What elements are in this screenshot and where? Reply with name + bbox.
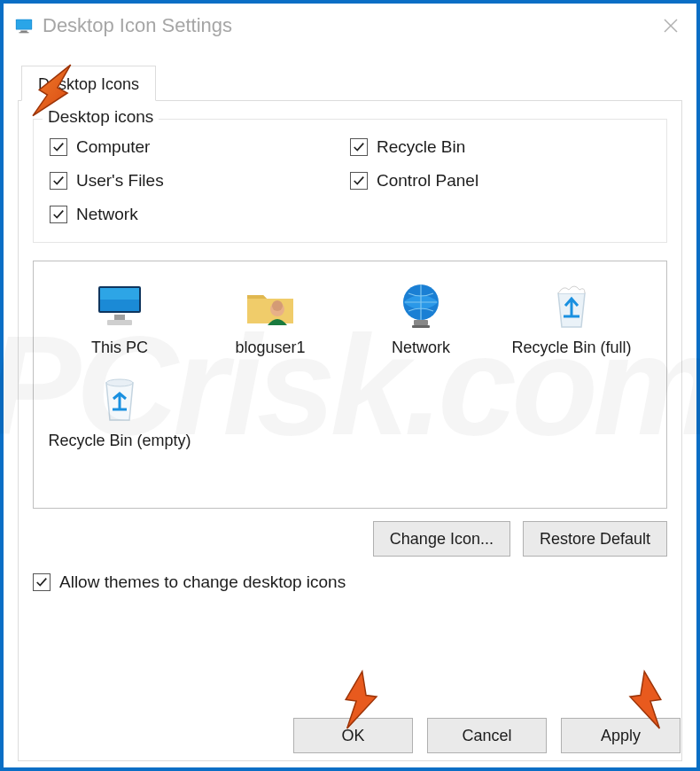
tab-content: Desktop icons Computer User's Files Netw…	[18, 101, 682, 761]
checkbox-allow-themes[interactable]	[33, 573, 51, 591]
svg-rect-8	[100, 288, 139, 300]
check-icon	[52, 141, 65, 153]
check-icon	[35, 576, 48, 588]
checkbox-network-label: Network	[76, 205, 138, 224]
app-icon	[14, 16, 34, 35]
icon-item-this-pc[interactable]: This PC	[44, 277, 195, 358]
computer-icon	[44, 277, 195, 334]
checkbox-control-panel-label: Control Panel	[377, 171, 478, 191]
icon-preview-box: This PC bloguser1 Network	[33, 261, 667, 509]
checkbox-users-files[interactable]	[50, 172, 67, 190]
svg-rect-15	[412, 325, 430, 328]
checkbox-recycle-bin-label: Recycle Bin	[377, 137, 465, 157]
desktop-icon-settings-dialog: Desktop Icon Settings Desktop Icons Desk…	[4, 4, 696, 767]
window-title: Desktop Icon Settings	[43, 14, 656, 37]
svg-point-16	[106, 379, 133, 386]
icon-item-recycle-full[interactable]: Recycle Bin (full)	[496, 277, 647, 358]
check-icon	[353, 141, 365, 153]
tabstrip: Desktop Icons	[18, 66, 682, 101]
cancel-button[interactable]: Cancel	[427, 718, 547, 753]
checkbox-control-panel[interactable]	[350, 172, 368, 190]
svg-rect-2	[20, 31, 27, 33]
ok-button[interactable]: OK	[293, 718, 413, 753]
icon-item-user[interactable]: bloguser1	[195, 277, 346, 358]
checkbox-computer-label: Computer	[76, 137, 150, 157]
icon-item-network[interactable]: Network	[346, 277, 496, 358]
check-icon	[52, 208, 65, 221]
checkbox-recycle-bin[interactable]	[350, 138, 368, 156]
icon-label: bloguser1	[195, 338, 346, 358]
checkbox-users-files-label: User's Files	[76, 171, 164, 191]
checkbox-computer[interactable]	[50, 138, 67, 156]
icon-label: This PC	[44, 338, 195, 358]
recycle-bin-empty-icon	[44, 370, 195, 427]
icon-item-recycle-empty[interactable]: Recycle Bin (empty)	[44, 370, 195, 451]
recycle-bin-full-icon	[496, 277, 647, 334]
checkbox-network[interactable]	[50, 206, 67, 223]
user-folder-icon	[195, 277, 346, 334]
check-icon	[353, 175, 365, 187]
tab-desktop-icons[interactable]: Desktop Icons	[21, 66, 156, 101]
svg-rect-1	[17, 20, 32, 29]
apply-button[interactable]: Apply	[561, 718, 681, 753]
close-icon	[663, 18, 679, 34]
titlebar: Desktop Icon Settings	[4, 4, 696, 48]
icon-label: Recycle Bin (full)	[496, 338, 647, 358]
change-icon-button[interactable]: Change Icon...	[373, 521, 510, 557]
svg-rect-14	[414, 320, 428, 325]
svg-rect-3	[19, 32, 29, 33]
icon-label: Recycle Bin (empty)	[44, 431, 195, 451]
svg-point-12	[272, 300, 283, 311]
icon-label: Network	[346, 338, 496, 358]
group-label: Desktop icons	[43, 107, 159, 127]
restore-default-button[interactable]: Restore Default	[523, 521, 667, 557]
close-button[interactable]	[656, 9, 686, 43]
check-icon	[52, 175, 65, 187]
desktop-icons-group: Desktop icons Computer User's Files Netw…	[33, 119, 667, 243]
svg-rect-9	[114, 315, 125, 320]
allow-themes-label: Allow themes to change desktop icons	[59, 572, 346, 592]
svg-rect-10	[107, 320, 132, 325]
network-icon	[346, 277, 496, 334]
